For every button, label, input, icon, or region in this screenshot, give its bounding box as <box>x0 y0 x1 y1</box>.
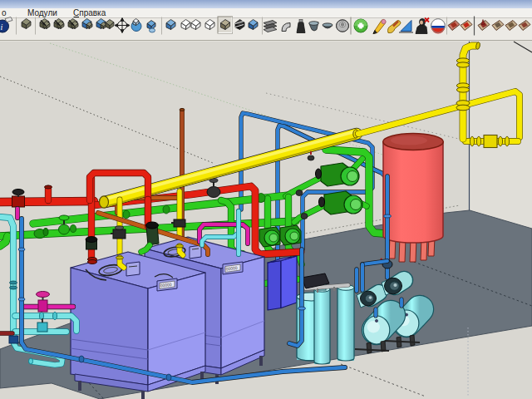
svg-text:о: о <box>2 8 7 17</box>
svg-text:Справка: Справка <box>73 8 106 17</box>
svg-text:Модули: Модули <box>27 8 57 17</box>
svg-text:i: i <box>1 22 3 32</box>
